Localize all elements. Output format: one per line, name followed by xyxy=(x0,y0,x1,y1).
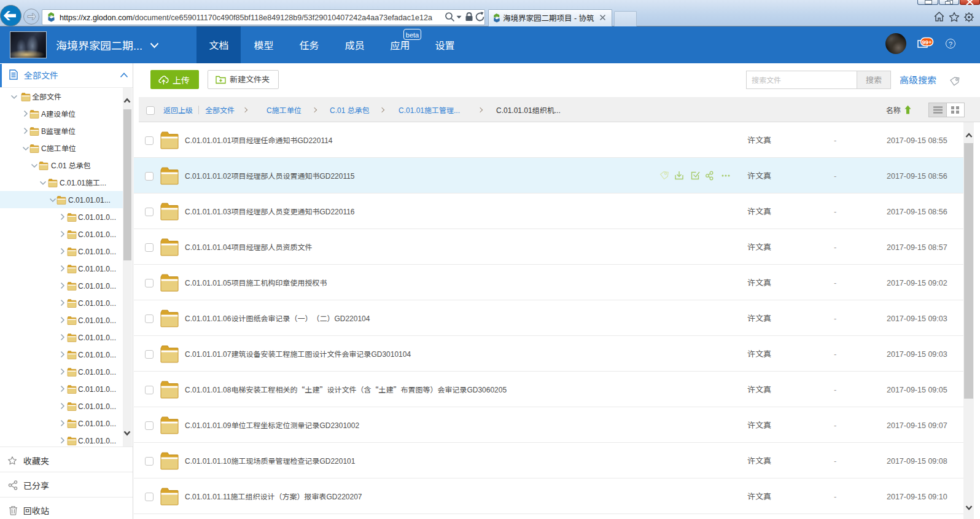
svg-text:99+: 99+ xyxy=(922,39,932,45)
